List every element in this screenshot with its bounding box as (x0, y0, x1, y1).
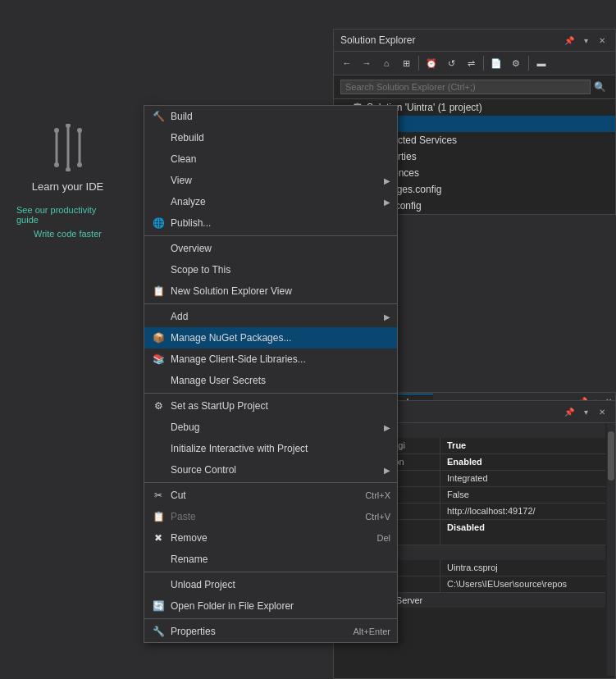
menu-item-source-control[interactable]: Source Control▶ (144, 459, 397, 481)
menu-label-user-secrets: Manage User Secrets (171, 375, 390, 386)
menu-icon-scope (151, 262, 166, 277)
clock-btn[interactable]: ⏰ (422, 54, 440, 72)
toolbar-sep3 (528, 56, 529, 71)
menu-label-publish: Publish... (171, 217, 390, 229)
productivity-guide-link[interactable]: See our productivity guide (16, 205, 119, 225)
menu-item-user-secrets[interactable]: Manage User Secrets (144, 370, 397, 391)
menu-icon-build: 🔨 (151, 109, 166, 124)
menu-item-overview[interactable]: Overview (144, 238, 397, 259)
menu-item-publish[interactable]: 🌐Publish... (144, 212, 397, 234)
menu-icon-rename (151, 552, 166, 567)
props-close[interactable]: ✕ (595, 405, 609, 418)
search-input[interactable] (340, 80, 591, 94)
menu-item-client-libs[interactable]: 📚Manage Client-Side Libraries... (144, 349, 397, 370)
menu-icon-add (151, 309, 166, 324)
back-btn[interactable]: ← (338, 54, 356, 72)
ide-icon (48, 123, 89, 172)
close-button[interactable]: ✕ (595, 34, 609, 47)
menu-icon-overview (151, 241, 166, 256)
menu-icon-view (151, 173, 166, 188)
menu-icon-rebuild (151, 130, 166, 145)
menu-item-cut[interactable]: ✂CutCtrl+X (144, 485, 397, 506)
menu-arrow-analyze: ▶ (384, 198, 390, 207)
menu-label-debug: Debug (171, 422, 380, 433)
search-button[interactable]: 🔍 (591, 79, 609, 95)
menu-label-remove: Remove (171, 532, 360, 544)
menu-separator (144, 618, 397, 619)
props-pin[interactable]: 📌 (563, 405, 576, 418)
menu-separator (144, 303, 397, 304)
menu-label-cut: Cut (171, 490, 349, 501)
menu-label-analyze: Analyze (171, 196, 380, 207)
menu-item-unload[interactable]: Unload Project (144, 574, 397, 595)
menu-icon-debug (151, 420, 166, 435)
menu-item-scope[interactable]: Scope to This (144, 259, 397, 280)
menu-item-build[interactable]: 🔨Build (144, 106, 397, 127)
menu-item-remove[interactable]: ✖RemoveDel (144, 527, 397, 549)
menu-item-interactive[interactable]: Initialize Interactive with Project (144, 438, 397, 459)
auto-hide-button[interactable]: ▾ (579, 34, 592, 47)
show-all-btn[interactable]: 📄 (487, 54, 505, 72)
menu-shortcut-remove: Del (376, 533, 390, 543)
menu-item-nuget[interactable]: 📦Manage NuGet Packages... (144, 327, 397, 349)
refresh-btn[interactable]: ↺ (442, 54, 460, 72)
menu-label-view: View (171, 175, 380, 186)
learn-title: Learn your IDE (32, 180, 103, 193)
pin-button[interactable]: 📌 (563, 34, 576, 47)
menu-item-properties[interactable]: 🔧PropertiesAlt+Enter (144, 621, 397, 642)
menu-item-rename[interactable]: Rename (144, 549, 397, 570)
menu-item-open-folder[interactable]: 🔄Open Folder in File Explorer (144, 595, 397, 617)
toolbar-sep2 (483, 56, 484, 71)
menu-item-rebuild[interactable]: Rebuild (144, 127, 397, 148)
menu-item-clean[interactable]: Clean (144, 148, 397, 170)
scrollbar-track[interactable] (607, 423, 615, 676)
menu-item-startup[interactable]: ⚙Set as StartUp Project (144, 395, 397, 417)
svg-point-5 (66, 124, 71, 128)
menu-item-new-view[interactable]: 📋New Solution Explorer View (144, 280, 397, 302)
menu-separator (144, 393, 397, 394)
menu-separator (144, 572, 397, 572)
menu-arrow-source-control: ▶ (384, 466, 390, 475)
filter-btn[interactable]: ⚙ (507, 54, 525, 72)
menu-item-add[interactable]: Add▶ (144, 306, 397, 327)
scrollbar-thumb[interactable] (608, 431, 614, 481)
menu-label-unload: Unload Project (171, 579, 390, 590)
menu-item-debug[interactable]: Debug▶ (144, 417, 397, 438)
svg-point-7 (77, 128, 82, 133)
menu-arrow-view: ▶ (384, 176, 390, 185)
menu-shortcut-paste: Ctrl+V (365, 512, 390, 522)
svg-point-8 (77, 162, 82, 167)
menu-icon-open-folder: 🔄 (151, 599, 166, 613)
solution-explorer-titlebar: Solution Explorer 📌 ▾ ✕ (334, 30, 615, 52)
menu-icon-publish: 🌐 (151, 216, 166, 230)
solution-explorer-toolbar: ← → ⌂ ⊞ ⏰ ↺ ⇌ 📄 ⚙ ▬ (334, 52, 615, 75)
forward-btn[interactable]: → (358, 54, 376, 72)
menu-label-overview: Overview (171, 243, 390, 254)
menu-label-source-control: Source Control (171, 464, 380, 476)
write-code-link[interactable]: Write code faster (34, 229, 102, 239)
prop-val-pipeline: Integrated (440, 471, 605, 486)
left-panel: Learn your IDE See our productivity guid… (0, 107, 135, 255)
menu-label-clean: Clean (171, 153, 390, 165)
collapse-btn[interactable]: ▬ (532, 54, 550, 72)
menu-item-analyze[interactable]: Analyze▶ (144, 191, 397, 212)
prop-val-false: False (440, 487, 605, 503)
menu-item-paste: 📋PasteCtrl+V (144, 506, 397, 527)
menu-icon-source-control (151, 463, 166, 477)
sync-btn[interactable]: ⇌ (462, 54, 480, 72)
menu-label-open-folder: Open Folder in File Explorer (171, 600, 390, 612)
menu-icon-remove: ✖ (151, 531, 166, 545)
menu-label-new-view: New Solution Explorer View (171, 285, 390, 297)
home-btn[interactable]: ⌂ (377, 54, 395, 72)
toolbar-sep1 (418, 56, 419, 71)
search-box: 🔍 (334, 75, 615, 99)
svg-point-3 (54, 128, 59, 133)
menu-label-paste: Paste (171, 511, 349, 522)
view-btn[interactable]: ⊞ (397, 54, 415, 72)
menu-item-view[interactable]: View▶ (144, 170, 397, 191)
props-hide[interactable]: ▾ (579, 405, 592, 418)
menu-label-build: Build (171, 111, 390, 122)
menu-shortcut-cut: Ctrl+X (365, 490, 390, 500)
context-menu: 🔨BuildRebuildCleanView▶Analyze▶🌐Publish.… (144, 105, 398, 643)
menu-icon-paste: 📋 (151, 509, 166, 524)
